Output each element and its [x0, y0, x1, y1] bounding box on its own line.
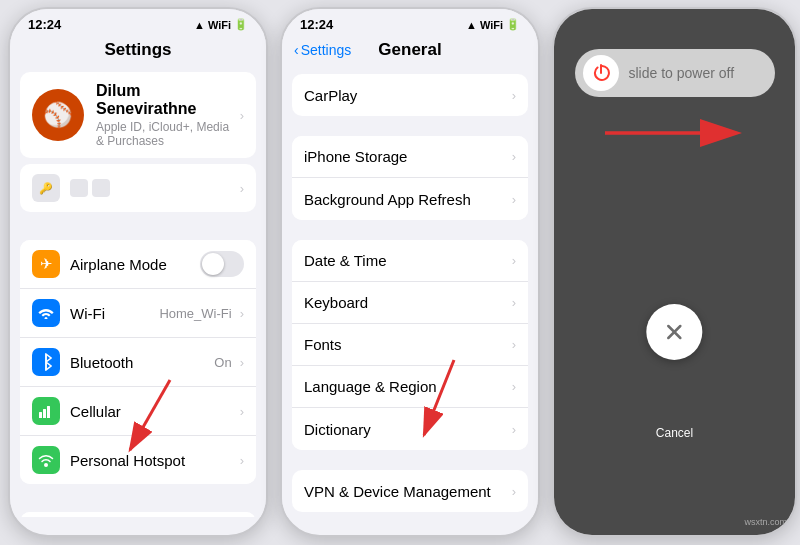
signal-icon: ▲ [194, 19, 205, 31]
locale-group: Date & Time › Keyboard › Fonts › Languag… [292, 240, 528, 450]
dictionary-label: Dictionary [304, 421, 508, 438]
battery-icon: 🔋 [234, 18, 248, 31]
power-icon [583, 55, 619, 91]
phone3-panel: slide to power off [552, 7, 797, 537]
settings-scroll-1[interactable]: ⚾ Dilum Senevirathne Apple ID, iCloud+, … [10, 66, 266, 517]
phone1-panel: 12:24 ▲ WiFi 🔋 Settings ⚾ Dilum [8, 7, 268, 537]
hotspot-chevron: › [240, 453, 244, 468]
hotspot-label: Personal Hotspot [70, 452, 236, 469]
carplay-item[interactable]: CarPlay › [292, 74, 528, 116]
wifi-value: Home_Wi-Fi [159, 306, 231, 321]
swipe-arrow [595, 113, 755, 153]
hotspot-item[interactable]: Personal Hotspot › [20, 436, 256, 484]
cellular-chevron: › [240, 404, 244, 419]
datetime-label: Date & Time [304, 252, 508, 269]
keyboard-label: Keyboard [304, 294, 508, 311]
language-item[interactable]: Language & Region › [292, 366, 528, 408]
fonts-label: Fonts [304, 336, 508, 353]
language-label: Language & Region [304, 378, 508, 395]
profile-section[interactable]: ⚾ Dilum Senevirathne Apple ID, iCloud+, … [20, 72, 256, 158]
profile-info: Dilum Senevirathne Apple ID, iCloud+, Me… [96, 82, 236, 148]
nav-bar-1: Settings [10, 36, 266, 66]
avatar: ⚾ [32, 89, 84, 141]
wifi-item[interactable]: Wi-Fi Home_Wi-Fi › [20, 289, 256, 338]
iphone-storage-label: iPhone Storage [304, 148, 508, 165]
iphone-storage-chevron: › [512, 149, 516, 164]
toggle-thumb [202, 253, 224, 275]
right-arrow-svg [595, 113, 755, 153]
vpn-item[interactable]: VPN & Device Management › [292, 470, 528, 512]
storage-group: iPhone Storage › Background App Refresh … [292, 136, 528, 220]
keyboard-chevron: › [512, 295, 516, 310]
vpn-group: VPN & Device Management › [292, 470, 528, 512]
bluetooth-chevron: › [240, 355, 244, 370]
cellular-label: Cellular [70, 403, 236, 420]
svg-rect-2 [43, 409, 46, 418]
svg-rect-1 [39, 412, 42, 418]
passkeys-dots [70, 179, 236, 197]
airplane-icon: ✈ [32, 250, 60, 278]
wifi-icon-2: WiFi [480, 19, 503, 31]
slide-text: slide to power off [629, 65, 735, 81]
signal-icon-2: ▲ [466, 19, 477, 31]
nav-bar-2: ‹ Settings General [282, 36, 538, 66]
back-button[interactable]: ‹ Settings [294, 42, 351, 58]
notifications-item[interactable]: 🔔 Notifications › [20, 512, 256, 517]
status-icons-2: ▲ WiFi 🔋 [466, 18, 520, 31]
settings-title: Settings [104, 40, 171, 60]
carplay-chevron: › [512, 88, 516, 103]
passkeys-row[interactable]: 🔑 › [20, 164, 256, 212]
carplay-group: CarPlay › [292, 74, 528, 116]
status-bar-2: 12:24 ▲ WiFi 🔋 [282, 9, 538, 36]
wifi-label: Wi-Fi [70, 305, 159, 322]
status-bar-1: 12:24 ▲ WiFi 🔋 [10, 9, 266, 36]
bluetooth-value: On [214, 355, 231, 370]
airplane-toggle[interactable] [200, 251, 244, 277]
status-time-2: 12:24 [300, 17, 333, 32]
cellular-icon [32, 397, 60, 425]
fonts-item[interactable]: Fonts › [292, 324, 528, 366]
bg-refresh-item[interactable]: Background App Refresh › [292, 178, 528, 220]
power-screen: slide to power off [554, 9, 795, 535]
vpn-chevron: › [512, 484, 516, 499]
cellular-item[interactable]: Cellular › [20, 387, 256, 436]
settings-group-connectivity: ✈ Airplane Mode Wi-Fi Home_Wi-Fi › [20, 240, 256, 484]
wifi-chevron: › [240, 306, 244, 321]
settings-scroll-2[interactable]: CarPlay › iPhone Storage › Background Ap… [282, 66, 538, 517]
wifi-icon: WiFi [208, 19, 231, 31]
fonts-chevron: › [512, 337, 516, 352]
svg-point-4 [44, 463, 48, 467]
settings-group-system: 🔔 Notifications › 🔊 Sounds & Haptics › 🌙… [20, 512, 256, 517]
profile-name: Dilum Senevirathne [96, 82, 236, 118]
profile-sub: Apple ID, iCloud+, Media& Purchases [96, 120, 236, 148]
dictionary-chevron: › [512, 422, 516, 437]
back-chevron: ‹ [294, 42, 299, 58]
bluetooth-item[interactable]: Bluetooth On › [20, 338, 256, 387]
datetime-item[interactable]: Date & Time › [292, 240, 528, 282]
watermark: wsxtn.com [744, 517, 787, 527]
datetime-chevron: › [512, 253, 516, 268]
cancel-area: Cancel [656, 426, 693, 440]
passkeys-chevron: › [240, 181, 244, 196]
cancel-label: Cancel [656, 426, 693, 440]
vpn-label: VPN & Device Management [304, 483, 508, 500]
battery-icon-2: 🔋 [506, 18, 520, 31]
power-slider[interactable]: slide to power off [575, 49, 775, 97]
language-chevron: › [512, 379, 516, 394]
phone2-panel: 12:24 ▲ WiFi 🔋 ‹ Settings General [280, 7, 540, 537]
status-icons-1: ▲ WiFi 🔋 [194, 18, 248, 31]
cancel-button[interactable] [646, 304, 702, 360]
dictionary-item[interactable]: Dictionary › [292, 408, 528, 450]
iphone-storage-item[interactable]: iPhone Storage › [292, 136, 528, 178]
svg-rect-3 [47, 406, 50, 418]
bluetooth-label: Bluetooth [70, 354, 214, 371]
keyboard-item[interactable]: Keyboard › [292, 282, 528, 324]
bg-refresh-chevron: › [512, 192, 516, 207]
profile-chevron: › [240, 108, 244, 123]
general-page-title: General [378, 40, 441, 60]
status-time-1: 12:24 [28, 17, 61, 32]
airplane-label: Airplane Mode [70, 256, 200, 273]
airplane-mode-item[interactable]: ✈ Airplane Mode [20, 240, 256, 289]
x-icon [664, 322, 684, 342]
passkeys-icon: 🔑 [32, 174, 60, 202]
